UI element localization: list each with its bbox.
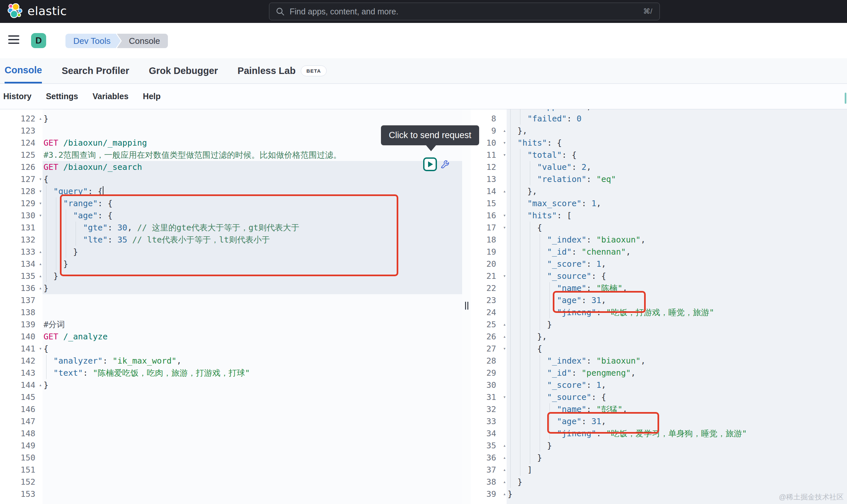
code-line[interactable]: 140GET /_analyze	[0, 330, 462, 343]
fold-down-icon[interactable]: ▾	[39, 197, 42, 210]
code-line[interactable]: 128▾ "query": {	[0, 185, 462, 197]
fold-down-icon[interactable]: ▾	[39, 185, 42, 197]
line-number: 27▾	[471, 343, 507, 355]
request-editor-panel[interactable]: 122▴}123124GET /biaoxun/_mapping125#3.2范…	[0, 109, 462, 504]
fold-up-icon[interactable]: ▴	[39, 379, 42, 391]
code-line[interactable]: 143 "text": "陈楠爱吃饭，吃肉，旅游，打游戏，打球"	[0, 367, 462, 379]
code-line[interactable]: 131 "gte": 30, // 这里的gte代表大于等于，gt则代表大于	[0, 221, 462, 234]
code-line[interactable]: 152	[0, 476, 462, 488]
fold-up-icon[interactable]: ▴	[503, 464, 506, 476]
line-number: 134▴	[0, 258, 42, 270]
menu-settings[interactable]: Settings	[46, 92, 78, 101]
fold-down-icon[interactable]: ▾	[39, 173, 42, 185]
indent-guide	[510, 343, 510, 355]
menu-help[interactable]: Help	[143, 92, 161, 101]
watermark: @稀土掘金技术社区	[779, 492, 844, 502]
indent-guide	[520, 319, 520, 330]
fold-up-icon[interactable]: ▴	[39, 258, 42, 270]
code-line[interactable]: 146	[0, 403, 462, 415]
code-line[interactable]: 148	[0, 428, 462, 439]
space-avatar[interactable]: D	[31, 33, 46, 48]
indent-guide	[46, 197, 47, 210]
menu-history[interactable]: History	[3, 92, 32, 101]
code-line[interactable]: 125#3.2范围查询，一般应用在对数值类型做范围过滤的时候。比如做价格范围过滤…	[0, 149, 462, 161]
indent-guide	[530, 439, 530, 452]
fold-up-icon[interactable]: ▴	[39, 112, 42, 125]
code-line[interactable]: 150	[0, 452, 462, 464]
code-line[interactable]: 139#分词	[0, 319, 462, 330]
menu-hamburger-icon[interactable]	[8, 35, 19, 44]
code-line[interactable]: 153	[0, 488, 462, 500]
line-number: 124	[0, 137, 42, 149]
panel-resize-handle[interactable]	[464, 302, 469, 311]
send-request-button[interactable]	[423, 158, 437, 171]
fold-down-icon[interactable]: ▾	[503, 221, 506, 234]
code-line[interactable]: 141▾{	[0, 343, 462, 355]
brand-wordmark: elastic	[28, 4, 67, 18]
line-number: 145	[0, 391, 42, 403]
code-line: 19 "_id": "chennan",	[471, 246, 847, 258]
code-line[interactable]: 134▴ }	[0, 258, 462, 270]
line-number: 149	[0, 439, 42, 452]
code-line[interactable]: 126GET /biaoxun/_search	[0, 161, 462, 173]
fold-up-icon[interactable]: ▴	[39, 246, 42, 258]
code-line: 20 "_score": 1,	[471, 258, 847, 270]
fold-down-icon[interactable]: ▾	[503, 391, 506, 403]
fold-down-icon[interactable]: ▾	[503, 343, 506, 355]
code-line[interactable]: 130▾ "age": {	[0, 210, 462, 221]
code-line[interactable]: 142 "analyzer": "ik_max_word",	[0, 355, 462, 367]
code-line[interactable]: 137	[0, 294, 462, 306]
fold-up-icon[interactable]: ▴	[503, 125, 506, 137]
code-line[interactable]: 144▴}	[0, 379, 462, 391]
tab-search-profiler[interactable]: Search Profiler	[61, 58, 129, 84]
line-number: 30	[471, 379, 507, 391]
line-number: 32	[471, 403, 507, 415]
code-line[interactable]: 136▴}	[0, 282, 462, 294]
code-line[interactable]: 132 "lte": 35 // lte代表小于等于，lt则代表小于	[0, 234, 462, 246]
tab-console[interactable]: Console	[4, 58, 42, 84]
indent-guide	[530, 367, 530, 379]
indent-guide	[510, 367, 510, 379]
fold-up-icon[interactable]: ▴	[503, 439, 506, 452]
elastic-logo-icon[interactable]	[7, 3, 23, 20]
code-line[interactable]: 149	[0, 439, 462, 452]
code-line[interactable]: 135▴ }	[0, 270, 462, 282]
fold-up-icon[interactable]: ▴	[503, 452, 506, 464]
breadcrumb-dev-tools[interactable]: Dev Tools	[66, 34, 116, 48]
fold-up-icon[interactable]: ▴	[503, 488, 506, 500]
code-line[interactable]: 133▴ }	[0, 246, 462, 258]
fold-down-icon[interactable]: ▾	[503, 149, 506, 161]
indent-guide	[540, 319, 540, 330]
indent-guide	[549, 306, 550, 319]
global-search[interactable]: ⌘/	[269, 3, 660, 20]
code-line[interactable]: 151	[0, 464, 462, 476]
code-line[interactable]: 147	[0, 415, 462, 428]
fold-up-icon[interactable]: ▴	[39, 270, 42, 282]
fold-down-icon[interactable]: ▾	[503, 210, 506, 221]
code-line[interactable]: 145	[0, 391, 462, 403]
code-line[interactable]: 122▴}	[0, 112, 462, 125]
request-options-wrench-icon[interactable]	[439, 159, 450, 170]
indent-guide	[520, 439, 520, 452]
indent-guide	[540, 246, 540, 258]
search-input[interactable]	[289, 6, 643, 17]
fold-down-icon[interactable]: ▾	[503, 137, 506, 149]
breadcrumb-console[interactable]: Console	[117, 34, 168, 48]
code-line[interactable]: 127▾{	[0, 173, 462, 185]
menu-variables[interactable]: Variables	[93, 92, 129, 101]
fold-up-icon[interactable]: ▴	[503, 330, 506, 343]
fold-down-icon[interactable]: ▾	[503, 270, 506, 282]
fold-up-icon[interactable]: ▴	[39, 282, 42, 294]
tab-painless-lab[interactable]: Painless Lab BETA	[238, 58, 327, 84]
fold-down-icon[interactable]: ▾	[39, 343, 42, 355]
fold-up-icon[interactable]: ▴	[503, 476, 506, 488]
code-line[interactable]: 138	[0, 306, 462, 319]
indent-guide	[530, 294, 530, 306]
tab-grok-debugger[interactable]: Grok Debugger	[149, 58, 218, 84]
line-number: 135▴	[0, 270, 42, 282]
scrollbar-thumb[interactable]	[845, 93, 846, 104]
code-line[interactable]: 129▾ "range": {	[0, 197, 462, 210]
fold-up-icon[interactable]: ▴	[503, 185, 506, 197]
fold-up-icon[interactable]: ▴	[503, 319, 506, 330]
fold-down-icon[interactable]: ▾	[39, 210, 42, 221]
